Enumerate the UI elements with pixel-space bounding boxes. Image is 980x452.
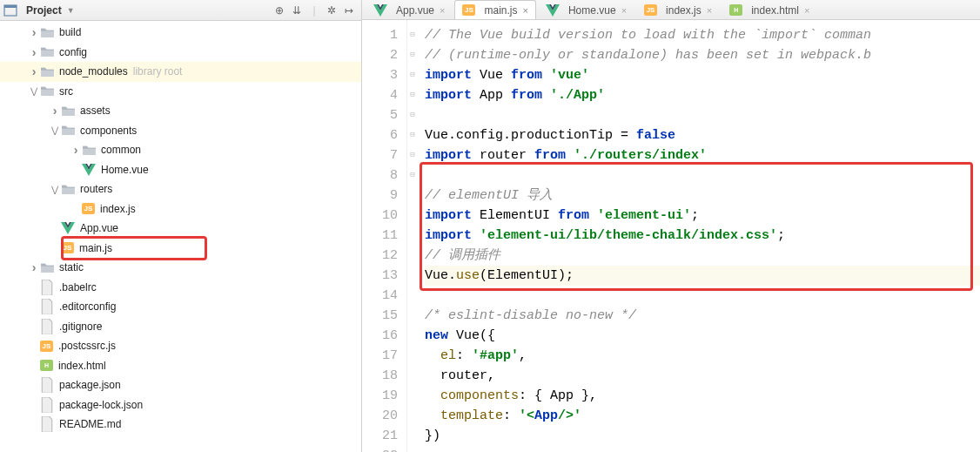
vue-icon [82, 163, 96, 177]
close-icon[interactable]: × [707, 5, 712, 16]
tree-item-static[interactable]: ›static [0, 258, 361, 278]
chevron-down-icon[interactable]: ⋁ [49, 125, 61, 135]
code-line[interactable]: router, [425, 366, 980, 386]
fold-marker[interactable]: ⊟ [407, 165, 418, 186]
fold-marker[interactable]: ⊟ [407, 65, 418, 85]
line-number: 11 [362, 226, 398, 246]
target-icon[interactable]: ⊕ [272, 3, 287, 18]
vue-icon [373, 3, 387, 17]
js-icon: JS [462, 4, 475, 16]
code-line[interactable]: // elementUI 导入 [425, 186, 980, 206]
tab-App-vue[interactable]: App.vue× [366, 0, 453, 19]
chevron-right-icon[interactable]: › [28, 25, 40, 39]
code-line[interactable]: import App from './App' [425, 85, 980, 105]
tree-item-main-js[interactable]: ·JSmain.js [0, 239, 361, 259]
tree-item-node-modules[interactable]: ›node_moduleslibrary root [0, 62, 361, 82]
chevron-down-icon[interactable]: ⋁ [28, 86, 40, 96]
hide-icon[interactable]: ↦ [341, 3, 357, 18]
tree-item-App-vue[interactable]: ·App.vue [0, 219, 361, 239]
js-icon: JS [61, 242, 74, 253]
js-icon: JS [82, 203, 95, 214]
fold-marker[interactable]: ⊟ [407, 85, 418, 105]
folder-icon [82, 143, 96, 157]
tab-label: index.html [751, 4, 799, 17]
code-line[interactable] [425, 105, 980, 125]
tree-item--editorconfig[interactable]: ·.editorconfig [0, 297, 361, 317]
fold-marker[interactable]: ⊟ [407, 105, 418, 125]
chevron-right-icon[interactable]: › [28, 64, 40, 78]
line-number: 5 [362, 105, 398, 125]
tree-item--postcssrc-js[interactable]: ·JS.postcssrc.js [0, 336, 361, 356]
tree-item-package-json[interactable]: ·package.json [0, 375, 361, 395]
code-line[interactable] [425, 165, 980, 186]
code-line[interactable]: template: '<App/>' [425, 406, 980, 426]
code-line[interactable]: import 'element-ui/lib/theme-chalk/index… [425, 226, 980, 246]
chevron-right-icon[interactable]: › [28, 45, 40, 59]
close-icon[interactable]: × [804, 5, 809, 16]
tree-item-label: common [101, 144, 141, 156]
chevron-right-icon[interactable]: › [49, 104, 61, 118]
code-line[interactable]: Vue.config.productionTip = false [425, 125, 980, 145]
fold-marker[interactable]: ⊟ [407, 25, 418, 45]
code-line[interactable]: // (runtime-only or standalone) has been… [425, 45, 980, 65]
folder-icon [40, 25, 54, 39]
fold-marker[interactable]: ⊟ [407, 45, 418, 65]
tab-index-html[interactable]: Hindex.html× [722, 0, 817, 19]
tab-Home-vue[interactable]: Home.vue× [538, 0, 634, 19]
tree-item-label: config [59, 46, 87, 58]
close-icon[interactable]: × [523, 5, 528, 16]
tab-main-js[interactable]: JSmain.js× [454, 0, 535, 19]
tree-item-README-md[interactable]: ·README.md [0, 415, 361, 435]
tree-item-assets[interactable]: ›assets [0, 101, 361, 121]
tree-item-components[interactable]: ⋁components [0, 121, 361, 141]
code-line[interactable]: // 调用插件 [425, 246, 980, 266]
code-line[interactable]: }) [425, 426, 980, 446]
code-line[interactable]: import router from './routers/index' [425, 145, 980, 165]
tab-index-js[interactable]: JSindex.js× [636, 0, 720, 19]
chevron-down-icon[interactable]: ⋁ [49, 185, 61, 194]
editor-code[interactable]: // The Vue build version to load with th… [418, 20, 980, 452]
tree-item-config[interactable]: ›config [0, 43, 361, 63]
code-line[interactable]: import ElementUI from 'element-ui'; [425, 206, 980, 226]
tree-item-index-html[interactable]: ·Hindex.html [0, 356, 361, 376]
fold-marker[interactable]: ⊟ [407, 125, 418, 145]
code-line[interactable] [425, 446, 980, 452]
tree-item-build[interactable]: ›build [0, 23, 361, 43]
tree-item-label: package-lock.json [59, 399, 143, 411]
project-panel-title[interactable]: Project ▼ [3, 3, 75, 17]
tree-item-label: index.html [58, 360, 106, 372]
tree-item--babelrc[interactable]: ·.babelrc [0, 278, 361, 298]
chevron-right-icon[interactable]: › [28, 260, 40, 274]
tree-item-src[interactable]: ⋁src [0, 82, 361, 102]
code-line[interactable]: Vue.use(ElementUI); [425, 266, 980, 286]
tree-item-label: components [80, 125, 137, 137]
html-icon: H [40, 360, 53, 371]
tree-item-label: assets [80, 105, 111, 117]
code-line[interactable]: /* eslint-disable no-new */ [425, 306, 980, 326]
code-line[interactable]: new Vue({ [425, 326, 980, 346]
tree-item-Home-vue[interactable]: ·Home.vue [0, 160, 361, 180]
fold-marker[interactable]: ⊟ [407, 145, 418, 165]
gear-icon[interactable]: ✲ [324, 3, 339, 18]
code-line[interactable]: components: { App }, [425, 386, 980, 406]
chevron-right-icon[interactable]: › [70, 143, 82, 157]
file-icon [40, 280, 54, 294]
collapse-icon[interactable]: ⇊ [289, 3, 305, 18]
line-number: 13 [362, 266, 398, 286]
code-line[interactable] [425, 286, 980, 306]
tree-item-routers[interactable]: ⋁routers [0, 179, 361, 199]
code-line[interactable]: import Vue from 'vue' [425, 65, 980, 85]
tree-item-index-js[interactable]: ·JSindex.js [0, 199, 361, 219]
project-tree[interactable]: ›build›config›node_moduleslibrary root⋁s… [0, 21, 361, 435]
line-number: 16 [362, 326, 398, 346]
code-line[interactable]: el: '#app', [425, 346, 980, 366]
tree-item--gitignore[interactable]: ·.gitignore [0, 317, 361, 337]
tree-item-package-lock-json[interactable]: ·package-lock.json [0, 395, 361, 415]
tree-item-label: main.js [79, 242, 112, 254]
tree-item-label: routers [80, 183, 112, 195]
tab-label: Home.vue [568, 4, 616, 17]
code-line[interactable]: // The Vue build version to load with th… [425, 25, 980, 45]
close-icon[interactable]: × [621, 5, 627, 16]
close-icon[interactable]: × [440, 5, 445, 16]
tree-item-common[interactable]: ›common [0, 140, 361, 160]
